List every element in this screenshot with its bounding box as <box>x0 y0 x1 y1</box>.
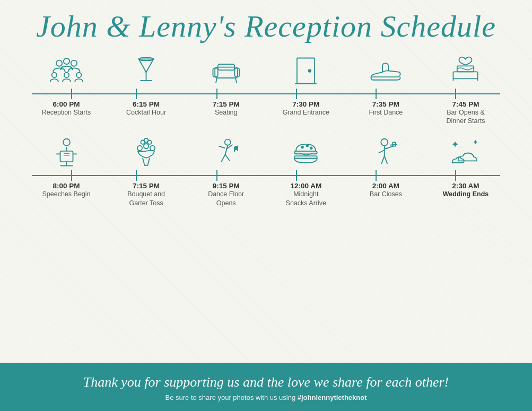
svg-line-13 <box>216 78 217 83</box>
svg-line-49 <box>379 150 385 153</box>
people-icon <box>48 54 85 89</box>
svg-point-5 <box>76 73 81 77</box>
svg-point-36 <box>144 138 148 142</box>
time-snacks: 12:00 AM <box>272 182 341 190</box>
svg-line-14 <box>236 78 237 83</box>
label-entrance: 7:30 PM Grand Entrance <box>272 100 341 126</box>
title-section: John & Lenny's Reception Schedule <box>0 0 532 49</box>
event-item-speeches <box>32 136 101 170</box>
time-barclosed: 2:00 AM <box>351 182 420 190</box>
event-item-cocktail <box>112 54 181 89</box>
label-cocktail: 6:15 PM Cocktail Hour <box>112 100 181 126</box>
time-dancefloor: 9:15 PM <box>191 182 260 190</box>
name-bouquet: Bouquet andGarter Toss <box>112 190 181 207</box>
svg-point-2 <box>63 58 69 64</box>
event-item-weddingends <box>431 136 500 170</box>
footer-main-text: Thank you for supporting us and the love… <box>21 374 511 390</box>
svg-point-32 <box>137 145 142 150</box>
time-firstdance: 7:35 PM <box>351 100 420 108</box>
event-item-firstdance <box>351 54 420 89</box>
content-area: John & Lenny's Reception Schedule <box>0 0 532 411</box>
label-reception: 6:00 PM Reception Starts <box>32 100 101 126</box>
label-weddingends: 2:30 AM Wedding Ends <box>431 182 500 207</box>
svg-point-4 <box>64 73 68 77</box>
svg-point-1 <box>71 60 76 66</box>
name-baropens: Bar Opens &Dinner Starts <box>431 108 500 126</box>
svg-point-3 <box>51 73 56 77</box>
icons-row-1 <box>21 54 511 89</box>
podium-icon <box>48 136 85 170</box>
name-snacks: MidnightSnacks Arrive <box>272 190 341 207</box>
svg-point-37 <box>224 139 230 145</box>
name-dancefloor: Dance FloorOpens <box>191 190 260 207</box>
svg-rect-43 <box>295 151 317 154</box>
name-reception: Reception Starts <box>32 108 101 117</box>
event-item-barclosed <box>351 136 420 170</box>
cocktail-icon <box>128 54 165 89</box>
timeline-row-1: 6:00 PM Reception Starts 6:15 PM Cocktai… <box>21 54 511 126</box>
time-weddingends: 2:30 AM <box>431 182 500 190</box>
name-seating: Seating <box>191 108 260 117</box>
name-speeches: Speeches Begin <box>32 190 101 198</box>
svg-point-41 <box>307 145 309 147</box>
event-item-snacks <box>272 136 341 170</box>
label-firstdance: 7:35 PM First Dance <box>351 100 420 126</box>
page-title: John & Lenny's Reception Schedule <box>11 10 521 43</box>
svg-point-40 <box>301 146 303 148</box>
name-barclosed: Bar Closes <box>351 190 420 198</box>
icons-row-2 <box>21 136 511 170</box>
footer-hashtag: #johnlennytietheknot <box>298 393 367 401</box>
cake-icon <box>447 54 484 89</box>
footer-sub-text: Be sure to share your photos with us usi… <box>21 393 511 401</box>
name-firstdance: First Dance <box>351 108 420 117</box>
footer-sub-prefix: Be sure to share your photos with us usi… <box>165 393 297 401</box>
event-item-dancefloor <box>191 136 260 170</box>
svg-point-42 <box>310 147 312 149</box>
sofa-icon <box>207 54 245 89</box>
time-reception: 6:00 PM <box>32 100 101 108</box>
time-bouquet: 7:15 PM <box>112 182 181 190</box>
time-baropens: 7:45 PM <box>431 100 500 108</box>
event-item-entrance <box>272 54 341 89</box>
time-seating: 7:15 PM <box>191 100 260 108</box>
svg-rect-23 <box>60 151 73 162</box>
label-barclosed: 2:00 AM Bar Closes <box>351 182 420 207</box>
burger-icon <box>287 136 325 170</box>
name-entrance: Grand Entrance <box>272 108 341 117</box>
main-container: John & Lenny's Reception Schedule <box>0 0 532 411</box>
labels-row-1: 6:00 PM Reception Starts 6:15 PM Cocktai… <box>21 99 511 126</box>
svg-point-45 <box>381 139 388 146</box>
label-baropens: 7:45 PM Bar Opens &Dinner Starts <box>431 100 500 126</box>
time-cocktail: 6:15 PM <box>112 100 181 108</box>
waiter-icon <box>367 136 404 170</box>
svg-point-17 <box>309 70 311 73</box>
event-item-seating <box>191 54 260 89</box>
clouds-icon <box>447 136 484 170</box>
event-item-reception <box>32 54 101 89</box>
svg-rect-15 <box>297 58 315 84</box>
time-speeches: 8:00 PM <box>32 182 101 190</box>
label-dancefloor: 9:15 PM Dance FloorOpens <box>191 182 260 207</box>
labels-row-2: 8:00 PM Speeches Begin 7:15 PM Bouquet a… <box>21 181 511 207</box>
svg-point-0 <box>56 60 62 66</box>
label-seating: 7:15 PM Seating <box>191 100 260 126</box>
name-cocktail: Cocktail Hour <box>112 108 181 117</box>
shoe-icon <box>367 54 404 89</box>
name-weddingends: Wedding Ends <box>431 190 500 198</box>
label-speeches: 8:00 PM Speeches Begin <box>32 182 101 207</box>
timeline-row-2: 8:00 PM Speeches Begin 7:15 PM Bouquet a… <box>21 129 511 207</box>
bouquet-icon <box>128 136 165 170</box>
footer: Thank you for supporting us and the love… <box>0 363 532 411</box>
door-icon <box>287 54 325 89</box>
time-entrance: 7:30 PM <box>272 100 341 108</box>
label-snacks: 12:00 AM MidnightSnacks Arrive <box>272 182 341 207</box>
svg-point-33 <box>150 145 155 150</box>
timeline-section: 6:00 PM Reception Starts 6:15 PM Cocktai… <box>0 49 532 363</box>
event-item-baropens <box>431 54 500 89</box>
svg-point-22 <box>63 139 70 146</box>
dancer-icon <box>207 136 245 170</box>
event-item-bouquet <box>112 136 181 170</box>
svg-point-31 <box>144 144 149 148</box>
svg-rect-19 <box>453 72 478 79</box>
label-bouquet: 7:15 PM Bouquet andGarter Toss <box>112 182 181 207</box>
